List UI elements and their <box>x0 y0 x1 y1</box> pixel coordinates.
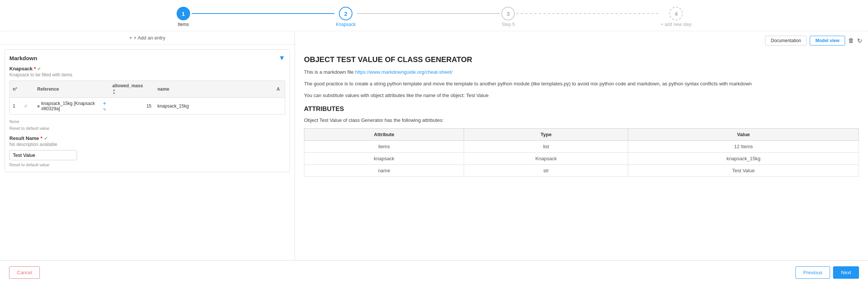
result-required-mark: * <box>41 135 42 141</box>
knapsack-label: Knapsack * ✓ <box>9 66 285 71</box>
ref-doc-icon: ■ <box>37 104 40 108</box>
add-row-button[interactable]: + <box>103 100 106 107</box>
model-view-button[interactable]: Model view <box>810 36 845 46</box>
step-1-label: Items <box>178 22 189 27</box>
collapse-button[interactable]: ▼ <box>278 54 285 62</box>
step-3-circle: 3 <box>501 7 515 20</box>
result-check-icon: ✓ <box>44 136 48 141</box>
knapsack-table-wrapper: n° Reference allowed_mass ▲ ▼ <box>9 80 285 115</box>
attr-items-value: 12 Items <box>628 141 859 153</box>
add-entry-bar[interactable]: + + Add an entry <box>0 31 295 45</box>
refresh-button[interactable]: ↻ <box>857 37 862 44</box>
step-2[interactable]: 2 Knapsack <box>336 7 356 27</box>
plus-icon: + <box>129 35 132 41</box>
para3: You can substitute values with object at… <box>304 92 859 100</box>
col-header-n: n° <box>10 81 21 98</box>
stepper: 1 Items 2 Knapsack 3 Step 5 4 + add new … <box>0 0 868 31</box>
connector-3-4 <box>516 13 659 14</box>
para2: The good practice is to create a string … <box>304 80 859 88</box>
edit-icon[interactable]: ✎ <box>103 107 106 112</box>
main-layout: + + Add an entry Markdown ▼ Knapsack * ✓… <box>0 31 868 260</box>
left-panel: + + Add an entry Markdown ▼ Knapsack * ✓… <box>0 31 295 260</box>
next-button[interactable]: Next <box>833 266 859 279</box>
attributes-table: Attribute Type Value items list 12 Items… <box>304 128 859 177</box>
step-4-label: + add new step <box>661 22 691 27</box>
cancel-button[interactable]: Cancel <box>9 266 40 279</box>
attr-row-name: name str Test Value <box>304 165 859 177</box>
col-header-mass: allowed_mass ▲ ▼ <box>109 81 154 98</box>
markdown-link[interactable]: https://www.markdownguide.org/cheat-shee… <box>355 69 452 75</box>
documentation-button[interactable]: Documentation <box>765 36 807 46</box>
row-ref: ■ knapsack_15kg [Knapsack #80329a] + ✎ <box>34 98 109 115</box>
row-mass: 15 <box>109 98 154 115</box>
attr-name-type: str <box>464 165 628 177</box>
result-sublabel: No description available <box>9 142 285 147</box>
col-header-check <box>21 81 34 98</box>
attr-col-value: Value <box>628 129 859 141</box>
attr-row-items: items list 12 Items <box>304 141 859 153</box>
reset-default-result[interactable]: Reset to default value <box>9 162 49 167</box>
footer-bar: Cancel Previous Next <box>0 260 868 284</box>
attr-intro: Object Test Value of class Generator has… <box>304 117 859 125</box>
right-panel: Documentation Model view 🗑 ↻ OBJECT TEST… <box>295 31 868 260</box>
para1: This is a markdown file https://www.mark… <box>304 68 859 76</box>
result-name-input[interactable] <box>9 150 77 160</box>
attr-name-value: Test Value <box>628 165 859 177</box>
step-2-label: Knapsack <box>336 22 356 27</box>
row-n: 1 <box>10 98 21 115</box>
attr-name-attr: name <box>304 165 464 177</box>
content-area: OBJECT TEST VALUE OF CLASS GENERATOR Thi… <box>304 55 859 177</box>
row-check-icon: ✓ <box>24 103 28 109</box>
check-icon: ✓ <box>37 66 41 71</box>
step-3-label: Step 5 <box>502 22 515 27</box>
step-1[interactable]: 1 Items <box>177 7 190 27</box>
knapsack-table: n° Reference allowed_mass ▲ ▼ <box>10 81 285 114</box>
right-toolbar: Documentation Model view 🗑 ↻ <box>759 31 868 50</box>
attr-items-attr: items <box>304 141 464 153</box>
section-header: Markdown ▼ <box>9 54 285 62</box>
row-check: ✓ <box>21 98 34 115</box>
attributes-heading: ATTRIBUTES <box>304 105 859 113</box>
result-name-label: Result Name * ✓ <box>9 135 285 141</box>
table-row: 1 ✓ ■ knapsack_15kg [Knapsack #80329a] <box>10 98 285 115</box>
col-header-name: name <box>154 81 274 98</box>
nav-buttons: Previous Next <box>795 266 859 279</box>
step-4-circle: 4 <box>669 7 683 20</box>
attr-row-knapsack: knapsack Knapsack knapsack_15kg <box>304 153 859 165</box>
attr-knapsack-attr: knapsack <box>304 153 464 165</box>
attr-knapsack-value: knapsack_15kg <box>628 153 859 165</box>
col-header-format: A <box>274 81 285 98</box>
none-text: None <box>9 118 285 125</box>
step-4[interactable]: 4 + add new step <box>661 7 691 27</box>
col-header-reference: Reference <box>34 81 109 98</box>
attr-col-type: Type <box>464 129 628 141</box>
step-2-circle: 2 <box>339 7 352 20</box>
knapsack-field: Knapsack * ✓ Knapsack to be filled with … <box>9 66 285 131</box>
result-name-section: Result Name * ✓ No description available… <box>9 135 285 167</box>
reset-default-knapsack[interactable]: Reset to default value <box>9 126 49 131</box>
knapsack-sublabel: Knapsack to be filled with items <box>9 72 285 77</box>
previous-button[interactable]: Previous <box>795 266 830 279</box>
section-title: Markdown <box>9 55 37 61</box>
attr-col-attribute: Attribute <box>304 129 464 141</box>
add-entry-label: + Add an entry <box>134 35 165 41</box>
doc-title: OBJECT TEST VALUE OF CLASS GENERATOR <box>304 55 859 64</box>
step-1-circle: 1 <box>177 7 190 20</box>
row-name: knapsack_15kg <box>154 98 274 115</box>
connector-1-2 <box>192 13 334 14</box>
markdown-section: Markdown ▼ Knapsack * ✓ Knapsack to be f… <box>5 49 290 172</box>
ref-value: knapsack_15kg [Knapsack #80329a] <box>41 101 101 111</box>
sort-icons: ▲ ▼ <box>112 88 151 95</box>
required-mark: * <box>34 66 36 71</box>
row-format <box>274 98 285 115</box>
step-3[interactable]: 3 Step 5 <box>501 7 515 27</box>
connector-2-3 <box>357 13 500 14</box>
delete-button[interactable]: 🗑 <box>848 37 854 44</box>
attr-items-type: list <box>464 141 628 153</box>
attr-knapsack-type: Knapsack <box>464 153 628 165</box>
